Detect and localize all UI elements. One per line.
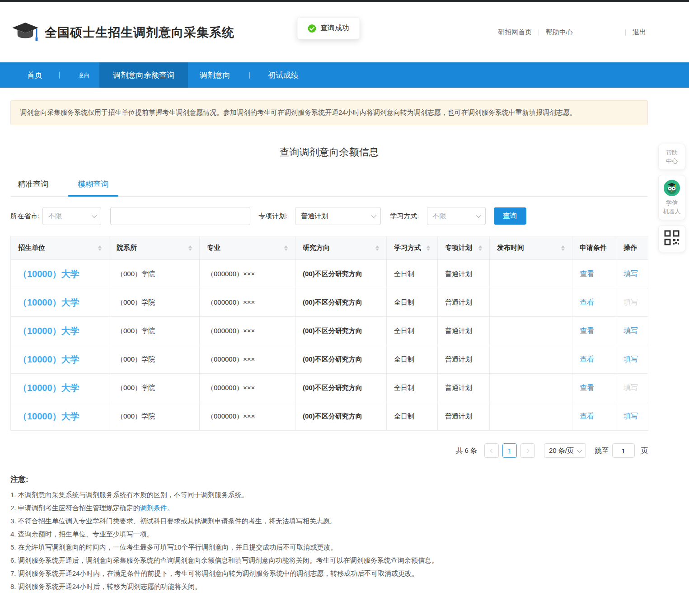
province-label: 所在省市: <box>10 212 39 221</box>
unit-link[interactable]: （10000）大学 <box>18 297 80 307</box>
keyword-input[interactable] <box>110 207 250 225</box>
fill-link[interactable]: 填写 <box>623 298 638 306</box>
col-header-plan[interactable]: 专项计划 <box>438 236 490 260</box>
transfer-conditions-link[interactable]: 调剂条件 <box>140 504 167 512</box>
link-logout[interactable]: 退出 <box>633 28 646 37</box>
sort-icon[interactable] <box>98 245 102 251</box>
col-header-unit[interactable]: 招生单位 <box>11 236 109 260</box>
jump-page-input[interactable] <box>612 443 635 458</box>
sort-icon[interactable] <box>375 245 379 251</box>
view-link[interactable]: 查看 <box>580 327 594 334</box>
table-row: （10000）大学 （000）学院 （000000）××× (00)不区分研究方… <box>11 374 648 402</box>
sort-icon[interactable] <box>478 245 482 251</box>
province-value: 不限 <box>48 212 62 221</box>
fill-link[interactable]: 填写 <box>623 355 638 363</box>
chevron-down-icon <box>371 213 376 218</box>
study-mode-cell: 全日制 <box>387 402 438 431</box>
nav-item-intention-small[interactable]: 意向 <box>60 62 99 88</box>
col-header-publish-time[interactable]: 发布时间 <box>490 236 572 260</box>
tab-fuzzy-query[interactable]: 模糊查询 <box>75 179 111 196</box>
chatbot-widget[interactable]: 学信 机器人 <box>658 175 685 220</box>
link-yanzhao-home[interactable]: 研招网首页 <box>498 28 532 37</box>
view-link[interactable]: 查看 <box>580 270 594 277</box>
view-link[interactable]: 查看 <box>580 355 594 363</box>
chevron-down-icon <box>476 213 481 218</box>
fill-link[interactable]: 填写 <box>623 384 638 391</box>
note-item: 6. 调剂服务系统开通后，调剂意向采集服务系统的查询调剂意向余额信息和填写调剂意… <box>10 554 648 567</box>
unit-link[interactable]: （10000）大学 <box>18 383 80 393</box>
floating-sidebar: 帮助 中心 学信 机器人 <box>658 144 685 252</box>
study-label: 学习方式: <box>390 212 419 221</box>
note-item: 5. 在允许填写调剂意向的时间内，一位考生最多可填写10个平行调剂意向，并且提交… <box>10 541 648 554</box>
nav-item-intention[interactable]: 调剂意向 <box>188 62 249 88</box>
check-circle-icon <box>308 24 316 33</box>
dept-cell: （000）学院 <box>109 288 200 317</box>
study-value: 不限 <box>433 212 446 221</box>
next-page-button[interactable] <box>520 443 535 458</box>
view-link[interactable]: 查看 <box>580 298 594 306</box>
page-size-select[interactable]: 20 条/页 <box>544 443 586 458</box>
search-button[interactable]: 查询 <box>494 207 526 225</box>
col-header-operation: 操作 <box>616 236 648 260</box>
view-link[interactable]: 查看 <box>580 384 594 391</box>
total-count: 共 6 条 <box>456 447 477 455</box>
table-row: （10000）大学 （000）学院 （000000）××× (00)不区分研究方… <box>11 288 648 317</box>
fill-link[interactable]: 填写 <box>623 327 638 334</box>
qr-code-widget[interactable] <box>658 225 685 252</box>
col-header-dept[interactable]: 院系所 <box>109 236 200 260</box>
study-select[interactable]: 不限 <box>427 207 486 225</box>
dept-cell: （000）学院 <box>109 402 200 431</box>
major-cell: （000000）××× <box>200 402 295 431</box>
pagination: 共 6 条 1 20 条/页 跳至 页 <box>10 443 648 458</box>
unit-link[interactable]: （10000）大学 <box>18 269 80 279</box>
sort-icon[interactable] <box>284 245 288 251</box>
divider <box>539 29 539 36</box>
col-header-major[interactable]: 专业 <box>200 236 295 260</box>
tab-precise-query[interactable]: 精准查询 <box>15 179 51 196</box>
province-select[interactable]: 不限 <box>42 207 101 225</box>
col-header-study[interactable]: 学习方式 <box>387 236 438 260</box>
table-row: （10000）大学 （000）学院 （000000）××× (00)不区分研究方… <box>11 402 648 431</box>
publish-time-cell <box>490 345 572 374</box>
direction-cell: (00)不区分研究方向 <box>295 374 387 402</box>
prev-page-button[interactable] <box>484 443 499 458</box>
jump-suffix: 页 <box>641 447 648 455</box>
note-item: 8. 调剂服务系统开通24小时后，转移为调剂志愿的功能将关闭。 <box>10 580 648 593</box>
note-item: 4. 查询余额时，招生单位、专业至少填写一项。 <box>10 527 648 541</box>
nav-item-exam-score[interactable]: 初试成绩 <box>250 62 317 88</box>
top-links: 研招网首页 帮助中心 退出 <box>498 28 646 37</box>
nav-item-balance-query[interactable]: 调剂意向余额查询 <box>99 62 188 88</box>
direction-cell: (00)不区分研究方向 <box>295 345 387 374</box>
nav-item-home[interactable]: 首页 <box>0 62 59 88</box>
page-size-value: 20 条/页 <box>549 447 574 455</box>
note-item: 3. 不符合招生单位调入专业学科门类要求、初试科目要求或其他调剂申请条件的考生，… <box>10 514 648 527</box>
sort-icon[interactable] <box>561 245 565 251</box>
plan-value: 普通计划 <box>301 212 328 221</box>
link-help-center[interactable]: 帮助中心 <box>546 28 573 37</box>
robot-avatar <box>663 179 680 197</box>
direction-cell: (00)不区分研究方向 <box>295 260 387 288</box>
sort-icon[interactable] <box>188 245 192 251</box>
content: 调剂意向采集服务系统仅用于招生单位提前掌握考生调剂意愿情况。参加调剂的考生可在调… <box>10 100 648 593</box>
plan-cell: 普通计划 <box>438 260 490 288</box>
chatbot-widget-label: 机器人 <box>663 208 681 215</box>
study-mode-cell: 全日制 <box>387 288 438 317</box>
help-center-widget[interactable]: 帮助 中心 <box>658 144 685 170</box>
col-header-direction[interactable]: 研究方向 <box>295 236 387 260</box>
fill-link[interactable]: 填写 <box>623 412 638 420</box>
plan-select[interactable]: 普通计划 <box>295 207 381 225</box>
unit-link[interactable]: （10000）大学 <box>18 326 80 336</box>
notes-title: 注意: <box>10 474 648 484</box>
fill-link[interactable]: 填写 <box>623 270 638 277</box>
graduation-cap-icon <box>11 22 39 43</box>
page-1-button[interactable]: 1 <box>502 443 517 458</box>
chatbot-widget-label: 学信 <box>666 199 678 206</box>
unit-link[interactable]: （10000）大学 <box>18 411 80 421</box>
jump-label: 跳至 <box>595 447 609 455</box>
view-link[interactable]: 查看 <box>580 412 594 420</box>
page-title: 查询调剂意向余额信息 <box>10 146 648 159</box>
unit-link[interactable]: （10000）大学 <box>18 354 80 364</box>
sort-icon[interactable] <box>427 245 430 251</box>
publish-time-cell <box>490 260 572 288</box>
app-title: 全国硕士生招生调剂意向采集系统 <box>45 24 234 41</box>
